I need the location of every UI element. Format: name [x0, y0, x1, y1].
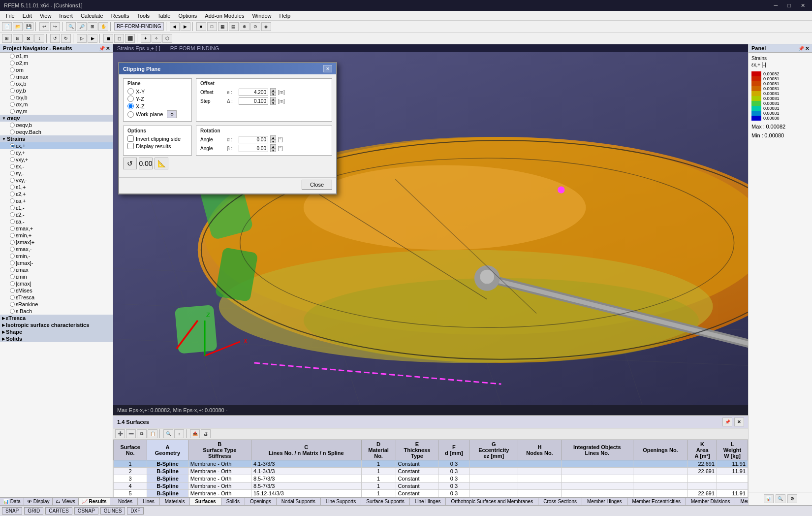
tbl-copy[interactable]: ⧉: [137, 429, 147, 438]
tree-item-sigyb[interactable]: σy,b: [0, 87, 113, 94]
tree-item-txyb[interactable]: τxy,b: [0, 94, 113, 101]
tree-item-erankine[interactable]: εRankine: [0, 301, 113, 308]
tb-nav-prev[interactable]: ◀: [170, 22, 180, 31]
tab-views[interactable]: 🗂 Views: [53, 498, 78, 505]
invert-clipping-row[interactable]: Invert clipping side: [127, 135, 187, 142]
table-row[interactable]: 5 B-Spline Membrane - Orth 15.12-14/3/3 …: [114, 490, 748, 497]
tbl-sort[interactable]: ↕: [174, 429, 184, 438]
tree-item-emax-plus[interactable]: εmax,+: [0, 225, 113, 232]
dialog-icon-reset[interactable]: ↺: [123, 158, 137, 169]
offset-spin-down[interactable]: ▼: [270, 92, 276, 96]
tab-display[interactable]: 👁 Display: [24, 498, 53, 505]
tb-btn4[interactable]: ▤: [229, 22, 239, 31]
tab-cross-sections[interactable]: Cross-Sections: [538, 498, 582, 505]
tree-item-sigmam[interactable]: σm: [0, 66, 113, 73]
tb-zoom-out[interactable]: 🔎: [77, 22, 87, 31]
tb-btn7[interactable]: ◈: [261, 22, 271, 31]
tree-item-tmax[interactable]: τmax: [0, 73, 113, 80]
tab-surface-supports[interactable]: Surface Supports: [361, 498, 409, 505]
tab-member-hinges[interactable]: Member Hinges: [582, 498, 627, 505]
tree-item-emin[interactable]: εmin: [0, 273, 113, 280]
workplane-settings-icon[interactable]: ⚙: [167, 110, 177, 118]
section-plastic-strains[interactable]: ▶ εTresca: [0, 315, 113, 322]
maximize-btn[interactable]: □: [784, 1, 794, 10]
display-results-checkbox[interactable]: [127, 143, 134, 149]
tb-redo[interactable]: ↪: [50, 22, 60, 31]
tree-item-sigxm[interactable]: σx,m: [0, 101, 113, 108]
tb-zoom-in[interactable]: 🔍: [66, 22, 76, 31]
tree-item-sigma2m[interactable]: σ2,m: [0, 60, 113, 66]
dialog-icon-apply[interactable]: 0.00: [139, 158, 153, 169]
tb-btn1[interactable]: ■: [196, 22, 206, 31]
radio-xy[interactable]: [127, 88, 134, 95]
tab-solids[interactable]: Solids: [221, 498, 245, 505]
menu-results[interactable]: Results: [107, 12, 133, 20]
angle-beta-spin-down[interactable]: ▼: [270, 148, 276, 152]
menu-file[interactable]: File: [2, 12, 19, 20]
tb-zoom-all[interactable]: ⊞: [88, 22, 97, 31]
tb2-render2[interactable]: ◻: [114, 34, 124, 43]
radio-workplane-row[interactable]: Work plane ⚙: [127, 110, 187, 118]
tree-item-ebach[interactable]: ε.Bach: [0, 308, 113, 315]
tb2-render3[interactable]: ⬛: [125, 34, 135, 43]
radio-xz-row[interactable]: X-Z: [127, 103, 187, 109]
close-btn[interactable]: ✕: [798, 1, 808, 10]
tree-item-ea-minus[interactable]: εa,-: [0, 218, 113, 225]
tab-nodal-supports[interactable]: Nodal Supports: [277, 498, 321, 505]
tree-item-ex-minus[interactable]: εx,-: [0, 163, 113, 170]
tree-item-emin-plus[interactable]: εmin,+: [0, 232, 113, 239]
table-scroll-container[interactable]: SurfaceNo. AGeometry BSurface TypeStiffn…: [113, 440, 748, 497]
tree-item-e1-plus[interactable]: ε1,+: [0, 184, 113, 191]
section-solids[interactable]: ▶ Solids: [0, 335, 113, 342]
tb2-deselect[interactable]: ▶: [88, 34, 97, 43]
panel-pin[interactable]: 📌: [798, 46, 804, 51]
dialog-close-button[interactable]: Close: [302, 180, 332, 190]
menu-tools[interactable]: Tools: [133, 12, 154, 20]
status-grid[interactable]: GRID: [24, 507, 43, 515]
tree-item-geqvt[interactable]: σeqv.Bach: [0, 129, 113, 135]
tab-members[interactable]: Members: [735, 498, 748, 505]
tb2-btn4[interactable]: ↕: [34, 34, 44, 43]
tbl-delete-row[interactable]: ➖: [126, 429, 136, 438]
menu-edit[interactable]: Edit: [19, 12, 36, 20]
tbl-filter[interactable]: 🔍: [163, 429, 173, 438]
tb-btn5[interactable]: ⊕: [240, 22, 250, 31]
status-dxf[interactable]: DXF: [127, 507, 144, 515]
angle-alpha-input[interactable]: [239, 136, 268, 143]
section-geqv[interactable]: ▼ σeqv: [0, 115, 113, 122]
3d-viewport[interactable]: x z Clipping Plane ✕: [113, 52, 748, 405]
radio-xz[interactable]: [127, 103, 134, 109]
tree-item-esmax[interactable]: [εmax]: [0, 280, 113, 287]
display-results-row[interactable]: Display results: [127, 143, 187, 149]
panel-btn3[interactable]: ⚙: [787, 494, 797, 503]
status-glines[interactable]: GLINES: [100, 507, 125, 515]
tab-lines[interactable]: Lines: [138, 498, 160, 505]
tree-item-sigma1m[interactable]: σ1,m: [0, 53, 113, 60]
tb2-misc1[interactable]: ✦: [141, 34, 151, 43]
tab-member-eccentricities[interactable]: Member Eccentricities: [627, 498, 686, 505]
tbl-print[interactable]: 🖨: [201, 429, 211, 438]
table-row[interactable]: 2 B-Spline Membrane - Orth 4.1-3/3/3 1 C…: [114, 468, 748, 475]
status-osnap[interactable]: OSNAP: [74, 507, 98, 515]
section-shape[interactable]: ▶ Shape: [0, 328, 113, 335]
dialog-icon-show[interactable]: 📐: [155, 158, 168, 169]
menu-table[interactable]: Table: [154, 12, 174, 20]
tab-data[interactable]: 📊 Data: [0, 498, 24, 505]
tb2-select[interactable]: ▷: [77, 34, 87, 43]
table-row[interactable]: 3 B-Spline Membrane - Orth 8.5-7/3/3 1 C…: [114, 475, 748, 483]
radio-workplane[interactable]: [127, 111, 134, 118]
table-pin[interactable]: 📌: [722, 418, 732, 426]
tab-nodes[interactable]: Nodes: [113, 498, 138, 505]
tree-item-ey-plus[interactable]: εy,+: [0, 149, 113, 156]
section-isotropic[interactable]: ▶ Isotropic surface characteristics: [0, 322, 113, 328]
tb2-btn3[interactable]: ⊠: [24, 34, 33, 43]
tree-item-ey-minus[interactable]: εy,-: [0, 170, 113, 177]
tb2-misc3[interactable]: ⬡: [162, 34, 172, 43]
tree-item-etresca[interactable]: εTresca: [0, 294, 113, 301]
tb2-rotate[interactable]: ↺: [50, 34, 60, 43]
tab-results[interactable]: 📈 Results: [79, 498, 110, 505]
radio-xy-row[interactable]: X-Y: [127, 88, 187, 95]
step-input[interactable]: [239, 97, 268, 105]
radio-yz-row[interactable]: Y-Z: [127, 96, 187, 102]
table-row[interactable]: 1 B-Spline Membrane - Orth 4.1-3/3/3 1 C…: [114, 460, 748, 468]
